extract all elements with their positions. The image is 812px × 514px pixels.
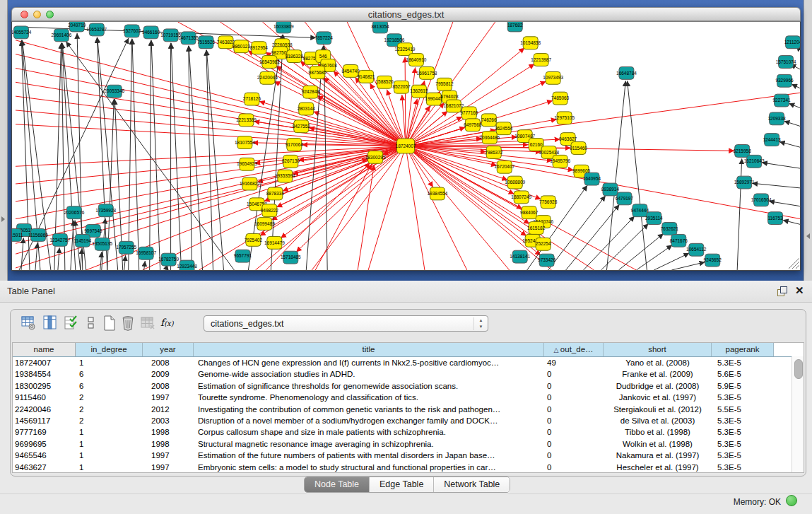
scrollbar-thumb[interactable] (794, 359, 803, 379)
table-cell-title[interactable]: Estimation of the future numbers of pati… (194, 450, 544, 461)
network-edge[interactable] (606, 81, 625, 270)
delete-table-icon[interactable] (119, 315, 138, 333)
table-cell-name[interactable]: 9115460 (13, 392, 76, 403)
network-edge[interactable] (779, 141, 800, 147)
network-edge[interactable] (792, 84, 800, 88)
network-edge[interactable] (358, 165, 374, 270)
table-cell-year[interactable]: 2003 (143, 415, 194, 426)
table-cell-short[interactable]: Wolkin et al. (1998) (604, 438, 712, 450)
table-cell-pagerank[interactable]: 5.3E-5 (712, 415, 774, 426)
table-cell-year[interactable]: 1997 (143, 450, 194, 461)
network-edge[interactable] (405, 57, 406, 146)
table-cell-pagerank[interactable]: 5.3E-5 (712, 462, 774, 473)
network-edge[interactable] (752, 183, 800, 188)
table-cell-out_degree[interactable]: 0 (544, 426, 604, 438)
table-row[interactable]: 946554611997Estimation of the future num… (13, 450, 804, 461)
table-cell-year[interactable]: 1997 (143, 462, 194, 473)
column-header-in_degree[interactable]: in_degree (76, 343, 143, 356)
network-edge[interactable] (71, 221, 73, 270)
table-cell-year[interactable]: 1998 (143, 426, 194, 438)
table-cell-name[interactable]: 9777169 (13, 426, 76, 438)
table-cell-name[interactable]: 9465546 (13, 450, 76, 461)
table-cell-title[interactable]: Corpus callosum shape and size in male p… (194, 426, 544, 438)
table-cell-name[interactable]: 18300295 (13, 380, 76, 392)
close-panel-icon[interactable]: ✕ (795, 284, 804, 297)
left-collapse-arrow-icon[interactable] (1, 216, 5, 222)
column-header-out_degree[interactable]: △ out_de… (544, 343, 604, 356)
table-row[interactable]: 2242004622012Investigating the contribut… (13, 404, 804, 415)
network-edge[interactable] (796, 265, 799, 269)
table-cell-out_degree[interactable]: 49 (544, 357, 604, 368)
table-row[interactable]: 1456911722003Disruption of a novel membe… (13, 415, 804, 426)
network-edge[interactable] (654, 253, 689, 270)
network-edge[interactable] (789, 103, 800, 108)
import-table-icon[interactable] (139, 315, 158, 333)
network-edge[interactable] (16, 159, 367, 243)
table-cell-out_degree[interactable]: 0 (544, 380, 604, 392)
table-row[interactable]: 1938455462009Genome-wide association stu… (13, 368, 804, 380)
table-cell-short[interactable]: Franke et al. (2009) (604, 368, 712, 380)
table-cell-out_degree[interactable]: 0 (544, 450, 604, 461)
table-cell-pagerank[interactable]: 5.3E-5 (712, 438, 774, 450)
table-cell-short[interactable]: Jankovic et al. (1997) (604, 392, 712, 403)
network-edge[interactable] (129, 39, 132, 270)
table-cell-short[interactable]: Hescheler et al. (1997) (604, 462, 712, 473)
network-edge[interactable] (368, 146, 406, 271)
tab-network-table[interactable]: Network Table (434, 477, 510, 492)
memory-status-dot[interactable] (786, 495, 797, 506)
table-cell-in_degree[interactable]: 1 (76, 357, 143, 368)
network-edge[interactable] (737, 158, 742, 270)
network-edge[interactable] (199, 146, 406, 271)
show-hide-columns-icon[interactable] (42, 315, 60, 333)
network-canvas[interactable]: 1405572420691406106532871527602946616010… (11, 21, 801, 271)
table-cell-pagerank[interactable]: 5.6E-5 (712, 368, 774, 380)
table-cell-title[interactable]: Investigating the contribution of common… (194, 404, 544, 415)
table-cell-title[interactable]: Genome-wide association studies in ADHD. (194, 368, 544, 380)
table-cell-pagerank[interactable]: 5.3E-5 (712, 426, 774, 438)
table-cell-in_degree[interactable]: 1 (76, 426, 143, 438)
network-edge[interactable] (189, 46, 202, 270)
table-cell-pagerank[interactable]: 5.3E-5 (712, 357, 774, 368)
table-cell-year[interactable]: 1997 (143, 392, 194, 403)
table-selector-dropdown[interactable]: citations_edges.txt ▲▼ (204, 315, 488, 332)
table-cell-title[interactable]: Tourette syndrome. Phenomenology and cla… (194, 392, 544, 403)
toggle-rows-icon[interactable] (83, 315, 101, 333)
network-edge[interactable] (769, 201, 800, 206)
table-cell-pagerank[interactable]: 5.9E-5 (712, 380, 774, 392)
table-cell-pagerank[interactable]: 5.3E-5 (712, 392, 774, 403)
table-row[interactable]: 946362711997Embryonic stem cells: a mode… (13, 462, 804, 473)
table-cell-out_degree[interactable]: 0 (544, 392, 604, 403)
table-cell-in_degree[interactable]: 6 (76, 368, 143, 380)
column-header-year[interactable]: year (143, 343, 194, 356)
create-column-icon[interactable] (63, 315, 81, 333)
table-cell-in_degree[interactable]: 1 (76, 462, 143, 473)
table-cell-in_degree[interactable]: 2 (76, 392, 143, 403)
table-row[interactable]: 1872400712008Changes of HCN gene express… (13, 357, 804, 368)
network-window-titlebar[interactable]: citations_edges.txt (11, 7, 801, 21)
function-builder-icon[interactable]: f(x) (160, 317, 184, 332)
network-edge[interactable] (792, 262, 799, 269)
table-cell-out_degree[interactable]: 0 (544, 462, 604, 473)
network-edge[interactable] (35, 243, 37, 270)
table-cell-name[interactable]: 22420046 (13, 404, 76, 415)
table-cell-in_degree[interactable]: 1 (76, 438, 143, 450)
table-cell-name[interactable]: 14569117 (13, 415, 76, 426)
network-edge[interactable] (601, 223, 649, 270)
table-row[interactable]: 911546021997Tourette syndrome. Phenomeno… (13, 392, 804, 403)
table-cell-short[interactable]: Tibbo et al. (1998) (604, 426, 712, 438)
table-row[interactable]: 1830029562008Estimation of significance … (13, 380, 804, 392)
network-edge[interactable] (406, 146, 526, 236)
table-cell-out_degree[interactable]: 0 (544, 368, 604, 380)
network-edge[interactable] (636, 245, 672, 270)
table-cell-out_degree[interactable]: 0 (544, 404, 604, 415)
table-cell-title[interactable]: Structural magnetic resonance image aver… (194, 438, 544, 450)
table-row[interactable]: 977716911998Corpus callosum shape and si… (13, 426, 804, 438)
new-table-icon[interactable] (101, 315, 119, 333)
network-graph[interactable]: 1405572420691406106532871527602946616010… (12, 22, 800, 270)
table-cell-year[interactable]: 2012 (143, 404, 194, 415)
tab-edge-table[interactable]: Edge Table (370, 477, 434, 492)
column-header-short[interactable]: short (604, 343, 712, 356)
network-edge[interactable] (124, 255, 126, 270)
network-edge[interactable] (171, 43, 181, 270)
table-cell-name[interactable]: 9699695 (13, 438, 76, 450)
